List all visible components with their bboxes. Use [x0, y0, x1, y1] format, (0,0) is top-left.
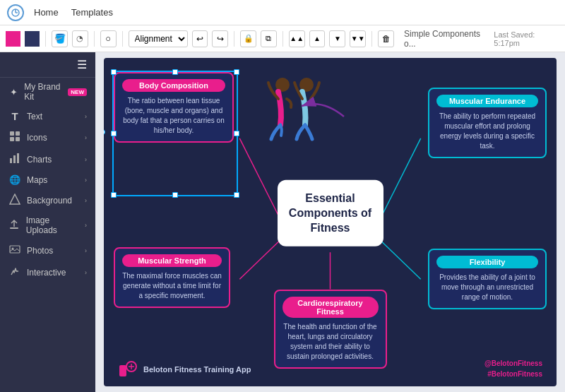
toolbar-divider-1	[45, 31, 46, 47]
paint-bucket-btn[interactable]: 🪣	[52, 30, 68, 47]
app-logo[interactable]	[7, 4, 24, 21]
handle-tr[interactable]	[234, 69, 239, 75]
svg-rect-4	[16, 131, 20, 136]
sidebar-item-my-brand-kit[interactable]: ✦ My Brand Kit NEW	[0, 78, 95, 106]
toolbar-divider-4	[234, 31, 234, 47]
hamburger-icon[interactable]: ☰	[77, 58, 87, 71]
card-flexibility-title: Flexibility	[436, 256, 538, 268]
doc-name: Simple Components o...	[404, 29, 489, 49]
image-uploads-chevron: ›	[85, 222, 87, 229]
toolbar: 🪣 ◔ ○ Alignment ↩ ↪ 🔒 ⧉ ▲▲ ▲ ▼ ▼▼ 🗑 Simp…	[0, 25, 565, 52]
svg-line-19	[379, 239, 421, 279]
image-uploads-icon	[8, 219, 20, 232]
card-cardiorespiratory-text: The health and function of the heart, lu…	[282, 322, 379, 362]
card-cardiorespiratory[interactable]: Cardiorespiratory Fitness The health and…	[274, 290, 387, 369]
topbar: Home Templates	[0, 0, 565, 25]
sidebar: ☰ ✦ My Brand Kit NEW T Text ›	[0, 52, 95, 392]
sidebar-item-photos[interactable]: Photos ›	[0, 239, 95, 261]
background-chevron: ›	[85, 197, 87, 204]
interactive-icon	[8, 266, 21, 279]
svg-rect-5	[10, 137, 14, 141]
footer-brand-text-block: Beloton Fitness Training App	[143, 365, 251, 374]
center-box: Essential Components of Fitness	[278, 180, 383, 247]
nav-templates[interactable]: Templates	[71, 7, 113, 18]
sidebar-item-image-uploads[interactable]: Image Uploads ›	[0, 211, 95, 239]
text-icon: T	[8, 110, 21, 122]
toolbar-divider-2	[94, 31, 95, 47]
sidebar-item-background[interactable]: Background ›	[0, 189, 95, 211]
sidebar-label-charts: Charts	[27, 155, 52, 165]
sidebar-item-interactive[interactable]: Interactive ›	[0, 261, 95, 283]
canvas-area[interactable]: Essential Components of Fitness Body Com…	[95, 52, 565, 392]
card-muscular-strength-text: The maximal force muscles can generate w…	[122, 271, 222, 301]
footer-brand-name: Beloton Fitness Training App	[143, 365, 251, 374]
color-swatch-dark[interactable]	[25, 31, 40, 47]
icons-chevron: ›	[85, 134, 87, 141]
maps-icon: 🌐	[8, 174, 21, 185]
move-back-btn[interactable]: ▼▼	[350, 30, 366, 47]
circle-shape-btn[interactable]: ○	[100, 30, 117, 47]
infographic-footer: Beloton Fitness Training App @BelotonFit…	[118, 358, 542, 379]
svg-line-15	[239, 138, 281, 222]
brand-kit-badge: NEW	[68, 88, 87, 96]
handle-bc[interactable]	[172, 192, 178, 198]
sidebar-item-icons[interactable]: Icons ›	[0, 126, 95, 148]
maps-chevron: ›	[85, 177, 87, 184]
svg-rect-8	[13, 155, 16, 163]
alignment-select[interactable]: Alignment	[129, 30, 188, 47]
sidebar-item-maps[interactable]: 🌐 Maps ›	[0, 170, 95, 189]
handle-mr[interactable]	[234, 131, 239, 136]
center-title: Essential Components of Fitness	[286, 191, 375, 235]
redo-btn[interactable]: ↪	[212, 30, 228, 47]
svg-line-18	[379, 138, 421, 222]
sidebar-label-icons: Icons	[27, 133, 47, 143]
handle-br[interactable]	[234, 192, 239, 198]
sidebar-label-text: Text	[27, 112, 42, 121]
photos-icon	[8, 244, 21, 257]
sidebar-item-text[interactable]: T Text ›	[0, 106, 95, 126]
card-muscular-endurance[interactable]: Muscular Endurance The ability to perfor…	[428, 88, 547, 158]
charts-chevron: ›	[85, 156, 87, 163]
svg-rect-3	[10, 131, 14, 136]
sidebar-label-photos: Photos	[27, 246, 53, 256]
toolbar-divider-5	[282, 31, 283, 47]
card-body-composition[interactable]: Body Composition The ratio between lean …	[114, 72, 234, 143]
text-chevron: ›	[85, 113, 87, 120]
card-muscular-strength-title: Muscular Strength	[122, 254, 222, 267]
sidebar-label-brand-kit: My Brand Kit	[24, 82, 62, 102]
sidebar-label-image-uploads: Image Uploads	[26, 215, 79, 235]
footer-brand: Beloton Fitness Training App	[118, 360, 251, 379]
icons-icon	[8, 131, 21, 144]
handle-bl[interactable]	[111, 192, 117, 198]
top-nav: Home Templates	[34, 7, 113, 18]
card-cardiorespiratory-title: Cardiorespiratory Fitness	[282, 297, 379, 318]
undo-btn[interactable]: ↩	[192, 30, 208, 47]
infographic[interactable]: Essential Components of Fitness Body Com…	[104, 58, 557, 386]
dropper-btn[interactable]: ◔	[72, 30, 88, 47]
lock-btn[interactable]: 🔒	[240, 30, 256, 47]
move-forward-btn[interactable]: ▲	[309, 30, 326, 47]
color-swatch-pink[interactable]	[6, 31, 20, 47]
move-backward-btn[interactable]: ▼	[329, 30, 345, 47]
move-front-btn[interactable]: ▲▲	[289, 30, 305, 47]
card-flexibility-text: Provides the ability of a joint to move …	[436, 273, 538, 302]
svg-line-16	[239, 239, 281, 279]
toolbar-divider-6	[371, 31, 372, 47]
nav-home[interactable]: Home	[34, 7, 59, 18]
copy-btn[interactable]: ⧉	[261, 30, 277, 47]
delete-btn[interactable]: 🗑	[378, 30, 394, 47]
sidebar-header: ☰	[0, 52, 95, 78]
handle-side-left[interactable]	[104, 129, 105, 135]
sidebar-label-background: Background	[27, 196, 72, 206]
svg-rect-7	[10, 158, 12, 163]
card-flexibility[interactable]: Flexibility Provides the ability of a jo…	[428, 249, 547, 309]
sidebar-label-maps: Maps	[27, 175, 47, 185]
photos-chevron: ›	[85, 247, 87, 254]
svg-rect-6	[16, 137, 20, 141]
last-saved: Last Saved: 5:17pm	[494, 30, 559, 47]
svg-rect-11	[10, 227, 18, 229]
svg-rect-9	[17, 153, 19, 163]
svg-marker-10	[10, 194, 20, 204]
sidebar-item-charts[interactable]: Charts ›	[0, 148, 95, 170]
card-muscular-strength[interactable]: Muscular Strength The maximal force musc…	[114, 247, 230, 308]
